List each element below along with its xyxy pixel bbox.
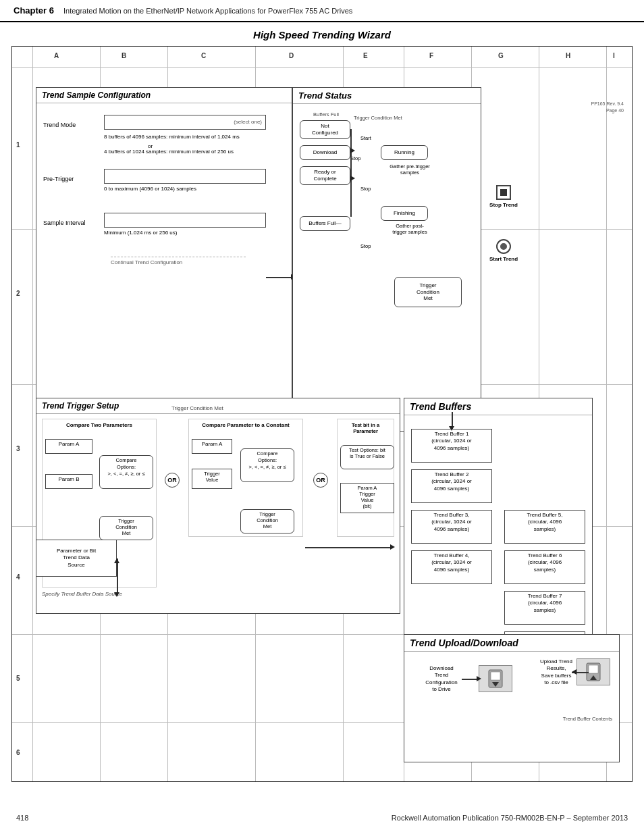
trend-buffer-7: Trend Buffer 7(circular, 4096samples) xyxy=(504,591,585,625)
stop-trend-icon xyxy=(500,189,507,196)
buffers-full-label: Buffers Full xyxy=(313,111,339,118)
gather-pre-text: Gather pre-triggersamples xyxy=(379,163,440,176)
ref-note: PP165 Rev. 9.4Page 40 xyxy=(591,101,624,114)
col-label-f: F xyxy=(429,52,433,59)
compare-options-mid: CompareOptions:>, <, =, ≠, ≥, or ≤ xyxy=(240,448,294,482)
trend-sample-config-box: Trend Sample Configuration Trend Mode (s… xyxy=(36,87,292,432)
col-label-g: G xyxy=(498,52,504,59)
row-label-2: 2 xyxy=(16,290,20,297)
compare-param-constant-title: Compare Parameter to a Constant xyxy=(192,422,300,428)
param-a-box-mid: Param A xyxy=(192,439,232,454)
page-header: Chapter 6 Integrated Motion on the Ether… xyxy=(0,0,644,22)
arrowhead-source-down xyxy=(114,592,119,597)
col-label-d: D xyxy=(289,52,294,59)
row-label-3: 3 xyxy=(16,445,20,452)
param-b-box: Param B xyxy=(45,474,92,489)
trend-buffer-5: Trend Buffer 5,(circular, 4096samples) xyxy=(504,510,585,544)
specify-trend-buffer-label: Specify Trend Buffer Data Source xyxy=(42,591,122,597)
page-footer: 418 Rockwell Automation Publication 750-… xyxy=(0,814,644,822)
or-circle-left: OR xyxy=(165,473,180,488)
trend-status-title: Trend Status xyxy=(293,88,481,104)
arrowhead-state1 xyxy=(350,148,355,153)
trend-status-box: Trend Status NotConfigured Download Read… xyxy=(292,87,481,432)
arrowhead-upload xyxy=(572,669,576,675)
trigger-value-box: TriggerValue xyxy=(192,469,232,489)
pre-trigger-desc: 0 to maximum (4096 or 1024) samples xyxy=(104,186,266,192)
trend-sample-config-title: Trend Sample Configuration xyxy=(36,88,292,103)
stop-trend-button[interactable] xyxy=(496,185,511,200)
arrow-right-1 xyxy=(266,277,293,278)
8-buffers-text: 8 buffers of 4096 samples: minimum inter… xyxy=(104,134,266,140)
page-number: 418 xyxy=(16,814,28,822)
stop-text-1: Stop xyxy=(350,155,360,161)
sample-interval-label: Sample Interval xyxy=(43,219,86,226)
trend-upload-download-title: Trend Upload/Download xyxy=(404,635,619,652)
param-bit-trend-source: Parameter or BitTrend DataSource xyxy=(36,540,117,577)
trend-buffers-title: Trend Buffers xyxy=(404,398,592,415)
not-configured-box: NotConfigured xyxy=(300,120,350,139)
row-label-6: 6 xyxy=(16,749,20,756)
gather-post-text: Gather post-trigger samples xyxy=(379,223,440,235)
arrow-v-states xyxy=(350,129,352,217)
running-box: Running xyxy=(381,145,428,160)
trend-buffer-3: Trend Buffer 3,(circular, 1024 or4096 sa… xyxy=(411,510,492,544)
ready-complete-box: Ready orComplete xyxy=(300,166,350,185)
trigger-cond-met-mid: TriggerConditionMet xyxy=(240,509,294,533)
publication-info: Rockwell Automation Publication 750-RM00… xyxy=(392,814,628,822)
stop-text-3: Stop xyxy=(360,243,371,249)
header-title: Integrated Motion on the EtherNet/IP Net… xyxy=(63,7,352,15)
arrowhead-download xyxy=(477,676,481,681)
col-label-a: A xyxy=(54,52,59,59)
test-bit-param-box: Test bit in a Parameter Test Options: bi… xyxy=(337,419,394,537)
test-options-box: Test Options: bitis True or False xyxy=(340,445,394,469)
start-text: Start xyxy=(360,135,371,141)
trend-buffer-contents-label: Trend Buffer Contents xyxy=(563,716,612,722)
page-title: High Speed Trending Wizard xyxy=(0,29,644,41)
trend-buffer-6: Trend Buffer 6(circular, 4096samples) xyxy=(504,550,585,584)
grid-line-v-0 xyxy=(32,47,33,781)
col-label-h: H xyxy=(566,52,570,59)
param-a-trigger-bit-box: Param ATriggerValue(bit) xyxy=(340,483,394,513)
compare-param-constant-box: Compare Parameter to a Constant Param A … xyxy=(188,419,303,537)
arrow-h-trigger-right xyxy=(305,547,393,548)
download-box: Download xyxy=(300,145,350,160)
grid-line-h-0 xyxy=(12,67,632,68)
download-icon xyxy=(479,665,512,692)
sample-interval-desc: Minimum (1.024 ms or 256 us) xyxy=(104,230,266,236)
trend-upload-download-box: Trend Upload/Download DownloadTrendConfi… xyxy=(404,634,620,762)
start-trend-button[interactable] xyxy=(496,239,511,254)
finishing-box: Finishing xyxy=(381,206,428,221)
col-label-c: C xyxy=(201,52,206,59)
trend-buffer-2: Trend Buffer 2(circular, 1024 or4096 sam… xyxy=(411,469,492,503)
stop-trend-label: Stop Trend xyxy=(489,202,518,208)
pre-trigger-box xyxy=(104,169,266,184)
svg-rect-4 xyxy=(589,665,598,673)
arrow-v-source xyxy=(117,558,118,596)
arrowhead-trigger-r xyxy=(390,544,395,550)
arrowhead-source-up xyxy=(114,558,119,563)
pre-trigger-label: Pre-Trigger xyxy=(43,176,74,182)
sample-interval-box xyxy=(104,213,266,228)
compare-options-left: CompareOptions:>, <, =, ≠, ≥, or ≤ xyxy=(99,455,153,489)
trigger-cond-met-label: Trigger Condition Met xyxy=(354,115,402,121)
trend-mode-box: (select one) xyxy=(104,115,266,130)
diagram-container: A B C D E F G H I 1 2 3 4 5 6 High Speed… xyxy=(11,46,633,782)
trend-mode-label: Trend Mode xyxy=(43,122,76,128)
col-label-i: I xyxy=(613,52,615,59)
trigger-cond-met-left: TriggerConditionMet xyxy=(99,516,153,540)
trend-buffer-1: Trend Buffer 1(circular, 1024 or4096 sam… xyxy=(411,429,492,463)
start-trend-label: Start Trend xyxy=(489,256,518,262)
col-label-b: B xyxy=(122,52,126,59)
arrowhead-buffer-in xyxy=(449,426,454,431)
svg-rect-1 xyxy=(491,672,500,680)
test-bit-param-title: Test bit in a Parameter xyxy=(340,422,391,434)
arrowhead-state2 xyxy=(350,176,355,181)
trend-buffer-4: Trend Buffer 4,(circular, 1024 or4096 sa… xyxy=(411,550,492,584)
col-label-e: E xyxy=(363,52,368,59)
row-label-1: 1 xyxy=(16,141,20,149)
start-trend-icon xyxy=(500,243,507,250)
chapter-label: Chapter 6 xyxy=(14,5,54,16)
continual-trend-label: Continual Trend Configuration xyxy=(111,257,246,265)
param-a-box-left: Param A xyxy=(45,439,92,454)
stop-text-2: Stop xyxy=(360,186,371,192)
